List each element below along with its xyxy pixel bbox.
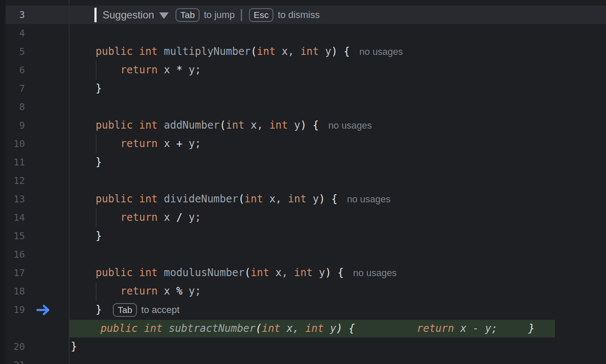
line-number[interactable]: 6 — [6, 61, 25, 79]
code-token: return — [121, 285, 158, 297]
line-number[interactable]: 15 — [6, 227, 25, 245]
code-token: int — [139, 119, 158, 131]
code-line[interactable]: public int subtractNumber(int x, int y) … — [69, 319, 606, 337]
code-token: return — [121, 138, 158, 150]
code-line[interactable]: return x * y; — [69, 61, 606, 79]
line-number[interactable]: 9 — [6, 116, 25, 135]
code-token: return — [121, 211, 158, 223]
code-token: } — [96, 156, 102, 168]
code-line[interactable]: public int addNumber(int x, int y) {no u… — [69, 116, 606, 135]
line-number[interactable]: 17 — [6, 264, 25, 282]
code-token — [337, 45, 343, 57]
editor-line-row: 16 — [6, 245, 606, 264]
line-number[interactable]: 20 — [6, 337, 25, 356]
code-token — [71, 267, 96, 279]
code-token: subtractNumber — [169, 322, 255, 334]
triangle-down-icon[interactable] — [159, 12, 169, 19]
code-token: x, — [245, 119, 270, 131]
code-line[interactable]: SuggestionTabto jumpEscto dismiss — [69, 6, 606, 24]
code-token: y; — [182, 64, 201, 76]
gutter-icon-area — [25, 337, 69, 356]
editor-line-row: 10 return x + y; — [6, 135, 606, 153]
gutter-icon-area — [25, 42, 69, 61]
indent-guide — [96, 208, 97, 227]
line-number[interactable]: 3 — [6, 6, 25, 24]
line-number[interactable]: 7 — [6, 79, 25, 98]
code-token: ( — [220, 119, 226, 131]
code-token: int — [262, 322, 280, 334]
code-line[interactable]: } — [69, 153, 606, 171]
line-number[interactable]: 18 — [6, 282, 25, 301]
code-token: { — [331, 193, 337, 205]
code-token: ) — [325, 267, 331, 279]
editor-line-row: 17 public int modulusNumber(int x, int y… — [6, 264, 606, 282]
code-token: x — [158, 138, 176, 150]
line-number[interactable]: 4 — [6, 24, 25, 42]
code-line[interactable]: public int divideNumber(int x, int y) {n… — [69, 190, 606, 208]
code-token — [342, 322, 348, 334]
code-line[interactable]: } — [69, 79, 606, 98]
code-token: } — [96, 230, 102, 242]
gutter-icon-area — [25, 319, 69, 337]
code-token: x — [158, 285, 176, 297]
code-token: y; — [182, 138, 201, 150]
code-token: { — [337, 267, 343, 279]
line-number[interactable]: 8 — [6, 98, 25, 116]
code-line[interactable]: return x + y; — [69, 135, 606, 153]
code-token: int — [251, 267, 269, 279]
code-token: divideNumber — [164, 193, 238, 205]
indent-guide — [96, 135, 97, 153]
code-token: public — [96, 119, 133, 131]
gutter-icon-area — [25, 282, 69, 301]
code-token — [71, 119, 96, 131]
code-token: int — [257, 45, 276, 57]
indent-guide — [96, 61, 97, 79]
code-token: y; — [182, 211, 201, 223]
no-usages-inlay-hint: no usages — [347, 194, 391, 205]
editor-line-row: 18 return x % y; — [6, 282, 606, 301]
line-number[interactable]: 16 — [6, 245, 25, 264]
code-token — [158, 119, 164, 131]
code-line[interactable]: } — [69, 227, 606, 245]
code-token — [163, 322, 169, 334]
code-token: int — [144, 322, 162, 334]
code-line[interactable]: return x / y; — [69, 208, 606, 227]
gutter-icon-area — [25, 135, 69, 153]
gutter-icon-area — [25, 190, 69, 208]
key-hint-text: to dismiss — [278, 9, 320, 20]
editor-line-row: 7 } — [6, 79, 606, 98]
code-token: modulusNumber — [164, 267, 245, 279]
line-number[interactable]: 10 — [6, 135, 25, 153]
code-token: ( — [256, 322, 262, 334]
line-number[interactable]: 13 — [6, 190, 25, 208]
line-number[interactable]: 12 — [6, 171, 25, 190]
code-token — [71, 82, 96, 94]
line-number[interactable]: 19 — [6, 301, 25, 319]
line-number[interactable]: 5 — [6, 42, 25, 61]
code-token — [71, 230, 96, 242]
line-number[interactable]: 21 — [6, 356, 25, 364]
code-line[interactable]: return x % y; — [69, 282, 606, 301]
code-line[interactable]: public int multiplyNumber(int x, int y) … — [69, 42, 606, 61]
code-line[interactable]: }Tabto accept — [69, 301, 606, 319]
code-token: ( — [238, 193, 244, 205]
code-token: x — [158, 211, 176, 223]
code-token: ) — [336, 322, 342, 334]
line-number[interactable]: 11 — [6, 153, 25, 171]
code-editor[interactable]: 3SuggestionTabto jumpEscto dismiss45 pub… — [0, 0, 606, 364]
line-number[interactable]: 14 — [6, 208, 25, 227]
code-line[interactable]: } — [69, 337, 606, 356]
code-token: int — [300, 45, 319, 57]
code-token: } — [528, 322, 534, 334]
editor-line-row: 9 public int addNumber(int x, int y) {no… — [6, 116, 606, 135]
code-token — [355, 322, 417, 334]
code-token: x, — [269, 267, 294, 279]
code-token: ) — [319, 193, 325, 205]
inline-suggestion-preview[interactable]: public int subtractNumber(int x, int y) … — [70, 320, 555, 337]
code-token: x, — [280, 322, 305, 334]
code-line[interactable]: public int modulusNumber(int x, int y) {… — [69, 264, 606, 282]
code-token — [306, 119, 312, 131]
code-token: } — [96, 304, 102, 316]
suggestion-dropdown-label[interactable]: Suggestion — [103, 9, 154, 21]
gutter-icon-area — [25, 264, 69, 282]
